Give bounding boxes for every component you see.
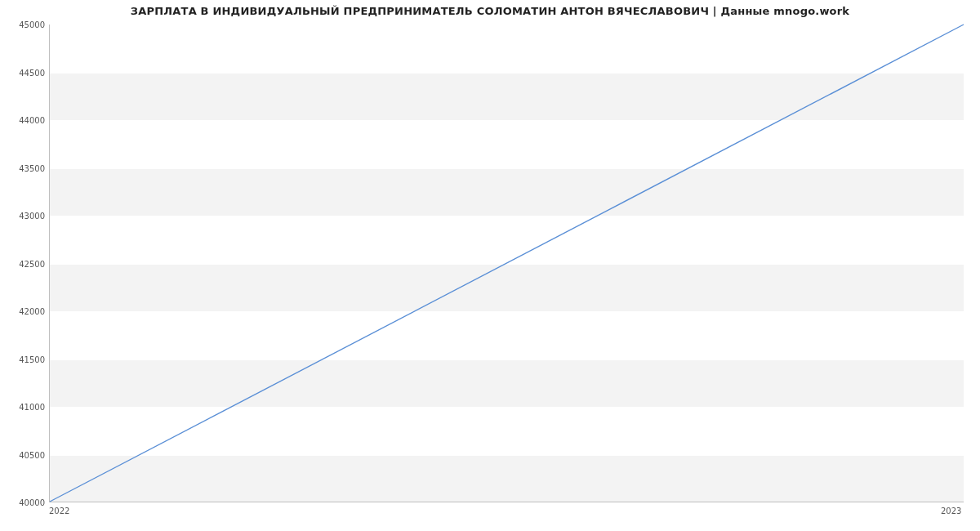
plot-area xyxy=(49,25,964,502)
y-tick-label: 41500 xyxy=(0,355,45,364)
y-gridline xyxy=(50,502,964,503)
y-tick-label: 43500 xyxy=(0,163,45,172)
y-tick-label: 42000 xyxy=(0,307,45,316)
y-tick-label: 43000 xyxy=(0,212,45,221)
y-tick-label: 41000 xyxy=(0,403,45,412)
x-tick-label: 2023 xyxy=(941,506,961,515)
y-tick-label: 40000 xyxy=(0,498,45,507)
x-tick-label: 2022 xyxy=(49,506,69,515)
y-tick-label: 45000 xyxy=(0,20,45,29)
y-tick-label: 44500 xyxy=(0,68,45,77)
chart-container: ЗАРПЛАТА В ИНДИВИДУАЛЬНЫЙ ПРЕДПРИНИМАТЕЛ… xyxy=(0,0,980,531)
chart-title: ЗАРПЛАТА В ИНДИВИДУАЛЬНЫЙ ПРЕДПРИНИМАТЕЛ… xyxy=(0,5,980,17)
line-series xyxy=(50,25,964,502)
y-tick-label: 42500 xyxy=(0,259,45,268)
y-tick-label: 40500 xyxy=(0,450,45,459)
y-tick-label: 44000 xyxy=(0,116,45,125)
